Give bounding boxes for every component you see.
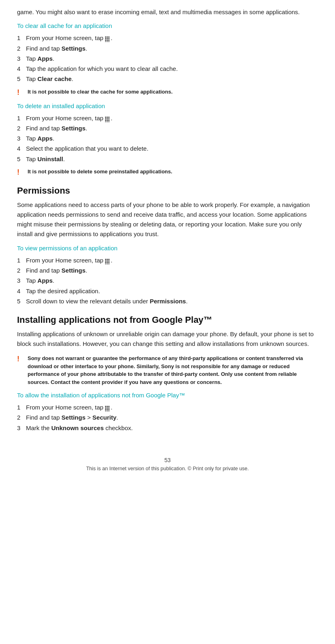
svg-rect-15 [105, 118, 106, 119]
list-item: 4 Tap the application for which you want… [17, 64, 318, 73]
list-item: 3 Tap Apps. [17, 134, 318, 143]
svg-rect-42 [105, 409, 106, 410]
warning-clear-cache: ! It is not possible to clear the cache … [17, 88, 318, 97]
heading-install-not-google: Installing applications not from Google … [17, 315, 318, 325]
list-item: 2 Find and tap Settings. [17, 266, 318, 275]
svg-rect-11 [108, 41, 110, 42]
list-item: 1 From your Home screen, tap . [17, 403, 318, 412]
svg-rect-26 [108, 259, 110, 260]
list-item: 2 Find and tap Settings > Security. [17, 413, 318, 422]
svg-rect-32 [108, 262, 110, 263]
grid-icon [105, 405, 111, 410]
heading-permissions: Permissions [17, 186, 318, 196]
grid-icon [105, 115, 111, 121]
warning-install-not-google: ! Sony does not warrant or guarantee the… [17, 354, 318, 386]
svg-rect-4 [107, 38, 108, 39]
svg-rect-34 [107, 264, 108, 264]
svg-rect-2 [108, 36, 110, 38]
allow-install-steps: 1 From your Home screen, tap . 2 Find an… [17, 403, 318, 433]
footer-note: This is an Internet version of this publ… [17, 466, 318, 471]
svg-rect-29 [108, 260, 110, 262]
list-item: 4 Select the application that you want t… [17, 144, 318, 153]
svg-rect-13 [107, 117, 108, 118]
page: game. You might also want to erase incom… [0, 0, 335, 644]
clear-cache-steps: 1 From your Home screen, tap . 2 Find an… [17, 33, 318, 83]
svg-rect-38 [108, 406, 110, 407]
svg-rect-25 [107, 259, 108, 260]
svg-rect-39 [105, 407, 106, 409]
list-item: 5 Tap Clear cache. [17, 74, 318, 83]
warning-icon: ! [17, 355, 24, 363]
svg-rect-22 [107, 122, 108, 122]
svg-rect-1 [107, 36, 108, 38]
svg-rect-14 [108, 117, 110, 118]
permissions-body: Some applications need to access parts o… [17, 200, 318, 239]
delete-app-steps: 1 From your Home screen, tap . 2 Find an… [17, 113, 318, 164]
svg-rect-37 [107, 406, 108, 407]
page-number: 53 [17, 457, 318, 463]
svg-rect-33 [105, 264, 106, 264]
svg-rect-19 [107, 120, 108, 121]
heading-allow-install: To allow the installation of application… [17, 392, 318, 399]
heading-clear-cache: To clear all cache for an application [17, 22, 318, 29]
svg-rect-0 [105, 36, 106, 38]
svg-rect-41 [108, 407, 110, 409]
intro-text: game. You might also want to erase incom… [17, 7, 318, 17]
warning-delete-app: ! It is not possible to delete some prei… [17, 168, 318, 177]
svg-rect-16 [107, 118, 108, 119]
list-item: 2 Find and tap Settings. [17, 44, 318, 53]
svg-rect-35 [108, 264, 110, 264]
list-item: 3 Tap Apps. [17, 276, 318, 285]
svg-rect-18 [105, 120, 106, 121]
list-item: 5 Tap Uninstall. [17, 154, 318, 164]
list-item: 3 Tap Apps. [17, 54, 318, 63]
list-item: 5 Scroll down to view the relevant detai… [17, 296, 318, 306]
list-item: 1 From your Home screen, tap . [17, 33, 318, 43]
warning-icon: ! [17, 88, 24, 97]
svg-rect-7 [107, 40, 108, 41]
install-not-google-body: Installing applications of unknown or un… [17, 329, 318, 349]
view-permissions-steps: 1 From your Home screen, tap . 2 Find an… [17, 256, 318, 306]
svg-rect-44 [108, 409, 110, 410]
svg-rect-9 [105, 41, 106, 42]
footer: 53 This is an Internet version of this p… [17, 457, 318, 479]
svg-rect-6 [105, 40, 106, 41]
svg-rect-20 [108, 120, 110, 121]
list-item: 2 Find and tap Settings. [17, 124, 318, 133]
list-item: 1 From your Home screen, tap . [17, 113, 318, 123]
svg-rect-46 [107, 411, 108, 412]
svg-rect-31 [107, 262, 108, 263]
svg-rect-43 [107, 409, 108, 410]
grid-icon [105, 35, 111, 41]
svg-rect-24 [105, 259, 106, 260]
list-item: 4 Tap the desired application. [17, 286, 318, 296]
svg-rect-30 [105, 262, 106, 263]
svg-rect-3 [105, 38, 106, 39]
svg-rect-47 [108, 411, 110, 412]
heading-delete-app: To delete an installed application [17, 102, 318, 109]
svg-rect-40 [107, 407, 108, 409]
svg-rect-17 [108, 118, 110, 119]
warning-text: It is not possible to delete some preins… [28, 168, 172, 176]
svg-rect-10 [107, 41, 108, 42]
heading-view-permissions: To view permissions of an application [17, 245, 318, 252]
list-item: 3 Mark the Unknown sources checkbox. [17, 423, 318, 433]
svg-rect-8 [108, 40, 110, 41]
svg-rect-28 [107, 260, 108, 262]
svg-rect-5 [108, 38, 110, 39]
svg-rect-23 [108, 122, 110, 122]
list-item: 1 From your Home screen, tap . [17, 256, 318, 265]
warning-text: Sony does not warrant or guarantee the p… [28, 354, 318, 386]
svg-rect-12 [105, 117, 106, 118]
svg-rect-36 [105, 406, 106, 407]
warning-text: It is not possible to clear the cache fo… [28, 88, 173, 96]
grid-icon [105, 258, 111, 263]
svg-rect-27 [105, 260, 106, 262]
warning-icon: ! [17, 168, 24, 177]
svg-rect-45 [105, 411, 106, 412]
svg-rect-21 [105, 122, 106, 122]
